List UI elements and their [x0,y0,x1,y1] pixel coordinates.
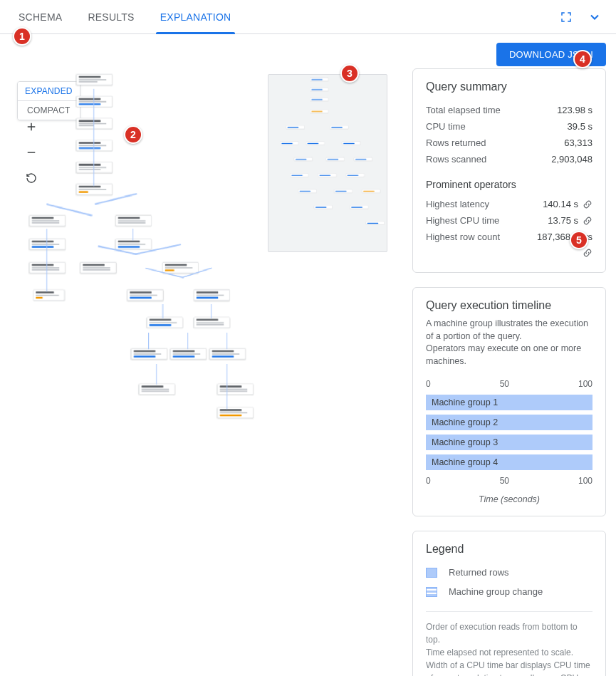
kv-highest-latency: Highest latency 140.14 s [426,196,592,212]
kv-value: 63,313 [564,137,592,148]
annotation-2: 2 [124,125,142,144]
kv-highest-rows-link [426,245,592,261]
machine-group-bar[interactable]: Machine group 2 [426,415,592,430]
minimap[interactable] [268,74,387,252]
fullscreen-icon[interactable] [556,7,576,27]
tab-bar: SCHEMA RESULTS EXPLANATION [0,0,616,34]
axis-tick: 50 [500,476,509,486]
axis-tick: 100 [578,379,592,389]
desc-line: Operators may execute on one or more mac… [426,343,581,366]
swatch-icon [426,568,437,578]
timeline-bars: Machine group 1 Machine group 2 Machine … [426,395,592,470]
timeline-desc: A machine group illustrates the executio… [426,318,592,368]
prominent-operators-title: Prominent operators [426,179,592,190]
timeline-title: Query execution timeline [426,299,592,312]
kv-value: 2,903,048 [551,154,592,165]
expand-less-icon[interactable] [585,7,605,27]
annotation-5: 5 [570,231,588,249]
kv-highest-rows: Highest row count 187,368 rows [426,229,592,245]
kv-label: Highest row count [426,232,500,242]
zoom-controls [21,117,41,188]
kv-rows-returned: Rows returned 63,313 [426,135,592,151]
query-plan-canvas[interactable]: EXPANDED COMPACT [0,34,402,676]
expanded-button[interactable]: EXPANDED [18,82,80,101]
annotation-1: 1 [13,27,31,46]
kv-value: 140.14 s [543,199,578,209]
legend-label: Returned rows [449,567,509,578]
kv-label: Rows returned [426,137,486,148]
tab-results[interactable]: RESULTS [75,0,147,34]
swatch-striped-icon [426,587,437,597]
kv-highest-cpu: Highest CPU time 13.75 s [426,212,592,229]
link-icon[interactable] [583,216,592,226]
reset-zoom-button[interactable] [21,168,41,188]
fine-line: Order of execution reads from bottom to … [426,622,578,645]
machine-group-bar[interactable]: Machine group 3 [426,435,592,450]
kv-cpu-time: CPU time 39.5 s [426,118,592,135]
legend-title: Legend [426,543,592,556]
info-sidebar: Query summary Total elapsed time 123.98 … [402,34,616,676]
timeline-card: Query execution timeline A machine group… [412,287,606,516]
kv-label: CPU time [426,121,466,132]
tab-explanation[interactable]: EXPLANATION [147,0,244,34]
desc-line: A machine group illustrates the executio… [426,318,588,341]
fine-line: Width of a CPU time bar displays CPU tim… [426,660,590,676]
kv-label: Highest latency [426,199,489,209]
legend-machine-group-change: Machine group change [426,582,592,601]
kv-value: 123.98 s [557,105,592,115]
machine-group-bar[interactable]: Machine group 4 [426,454,592,470]
link-icon[interactable] [583,199,592,209]
legend-card: Legend Returned rows Machine group chang… [412,531,606,676]
kv-value: 13.75 s [548,215,578,226]
legend-returned-rows: Returned rows [426,563,592,582]
legend-fineprint: Order of execution reads from bottom to … [426,611,592,676]
link-icon[interactable] [583,248,592,258]
zoom-out-button[interactable] [21,142,41,162]
view-mode-toggle: EXPANDED COMPACT [17,81,80,120]
kv-total-elapsed: Total elapsed time 123.98 s [426,102,592,118]
query-summary-title: Query summary [426,80,592,93]
axis-tick: 0 [426,379,431,389]
kv-value: 39.5 s [568,121,592,132]
axis-tick: 100 [578,476,592,486]
zoom-in-button[interactable] [21,117,41,137]
machine-group-bar[interactable]: Machine group 1 [426,395,592,410]
timeline-axis-bottom: 0 50 100 [426,474,592,487]
fine-line: Time elapsed not represented to scale. [426,648,573,657]
axis-tick: 0 [426,476,431,486]
kv-label: Total elapsed time [426,105,501,115]
kv-rows-scanned: Rows scanned 2,903,048 [426,151,592,167]
timeline-axis-label: Time (seconds) [426,494,592,504]
axis-tick: 50 [500,379,509,389]
kv-label: Highest CPU time [426,215,499,226]
kv-label: Rows scanned [426,154,486,165]
annotation-4: 4 [573,50,592,68]
timeline-axis-top: 0 50 100 [426,378,592,390]
annotation-3: 3 [340,64,359,83]
legend-label: Machine group change [449,586,543,597]
